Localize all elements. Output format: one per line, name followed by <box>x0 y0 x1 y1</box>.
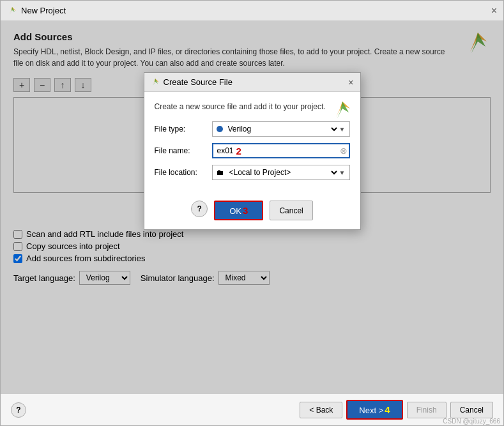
help-button[interactable]: ? <box>11 402 26 418</box>
file-name-control: 2 ⊗ <box>212 143 350 158</box>
dialog-footer: ? OK3 Cancel <box>144 195 360 229</box>
vivado-icon <box>7 6 17 16</box>
file-type-select[interactable]: Verilog VHDL <box>225 124 339 134</box>
dialog-description: Create a new source file and add it to y… <box>155 101 350 112</box>
create-source-dialog: Create Source File × Create a new source… <box>144 72 361 230</box>
file-type-label: File type: <box>155 125 212 133</box>
dialog-logo <box>332 100 353 122</box>
file-type-control: Verilog VHDL ▼ <box>212 121 350 137</box>
footer-left: ? <box>11 402 26 418</box>
dialog-title: Create Source File <box>164 77 233 87</box>
file-location-row: File location: 🖿 <Local to Project> ▼ <box>155 165 350 180</box>
file-location-select[interactable]: <Local to Project> <box>227 167 339 178</box>
content-area: Add Sources Specify HDL, netlist, Block … <box>1 21 503 393</box>
file-name-label: File name: <box>155 146 212 155</box>
window-close-button[interactable]: × <box>491 5 497 17</box>
file-location-arrow-icon: ▼ <box>339 169 346 176</box>
verilog-dot-icon <box>217 126 223 132</box>
svg-marker-1 <box>10 7 15 15</box>
file-location-control: 🖿 <Local to Project> ▼ <box>212 165 350 180</box>
dialog-help-button[interactable]: ? <box>191 201 208 217</box>
watermark: CSDN @qituzy_666 <box>443 418 500 425</box>
title-bar: New Project × <box>1 1 503 21</box>
file-name-clear-icon[interactable]: ⊗ <box>340 146 347 156</box>
footer: ? < Back Next >4 Finish Cancel <box>1 393 503 425</box>
dialog-cancel-button[interactable]: Cancel <box>270 201 312 220</box>
next-button[interactable]: Next >4 <box>346 400 402 420</box>
window-title: New Project <box>21 6 66 15</box>
dialog-body: Create a new source file and add it to y… <box>144 92 360 195</box>
title-bar-left: New Project <box>7 6 66 16</box>
main-window: New Project × Add Sources Specify HDL, n… <box>0 0 504 426</box>
svg-marker-5 <box>153 79 158 86</box>
file-type-arrow-icon: ▼ <box>339 126 346 133</box>
dialog-overlay: Create Source File × Create a new source… <box>1 21 503 393</box>
file-type-row: File type: Verilog VHDL ▼ <box>155 121 350 137</box>
dialog-vivado-icon <box>151 78 160 87</box>
file-type-select-wrapper[interactable]: Verilog VHDL ▼ <box>212 121 350 137</box>
dialog-title-left: Create Source File <box>151 77 233 87</box>
cancel-button[interactable]: Cancel <box>450 402 493 418</box>
file-location-label: File location: <box>155 168 212 177</box>
svg-marker-7 <box>337 102 349 118</box>
file-location-select-wrapper[interactable]: 🖿 <Local to Project> ▼ <box>212 165 350 180</box>
file-name-row: File name: 2 ⊗ <box>155 143 350 158</box>
file-name-input[interactable] <box>212 143 350 158</box>
finish-button[interactable]: Finish <box>407 402 447 418</box>
dialog-ok-button[interactable]: OK3 <box>214 201 263 220</box>
footer-right: < Back Next >4 Finish Cancel <box>300 400 493 420</box>
file-location-icon: 🖿 <box>217 168 224 177</box>
back-button[interactable]: < Back <box>300 402 342 418</box>
dialog-close-button[interactable]: × <box>348 77 353 87</box>
dialog-title-bar: Create Source File × <box>144 73 360 92</box>
